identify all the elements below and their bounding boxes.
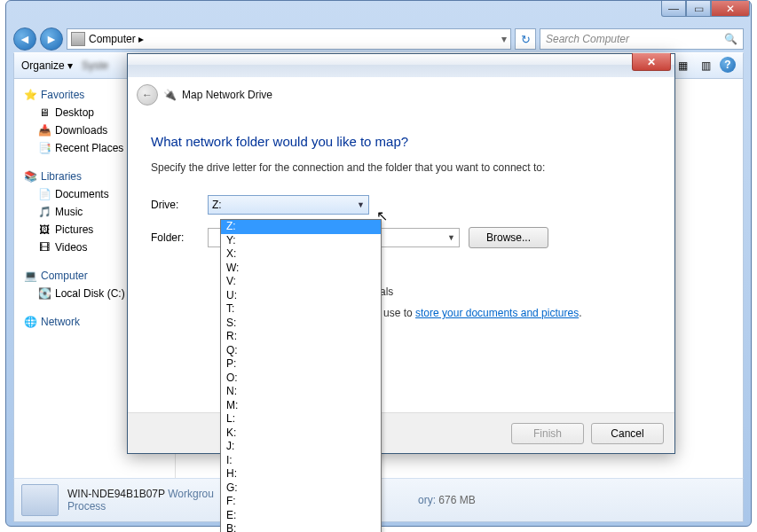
dialog-header: ← 🔌 Map Network Drive xyxy=(128,77,674,113)
star-icon: ⭐ xyxy=(23,88,37,102)
forward-button[interactable]: ► xyxy=(40,27,63,51)
recent-icon: 📑 xyxy=(37,141,51,155)
drive-option[interactable]: J: xyxy=(221,440,381,454)
documents-icon: 📄 xyxy=(37,187,51,201)
drive-option[interactable]: O: xyxy=(221,372,381,386)
search-icon: 🔍 xyxy=(724,33,737,45)
drive-option[interactable]: F: xyxy=(221,495,381,509)
drive-option[interactable]: Z: xyxy=(221,220,381,234)
drive-combobox[interactable]: Z: ▼ xyxy=(208,195,369,215)
drive-option[interactable]: X: xyxy=(221,247,381,262)
desktop-icon: 🖥 xyxy=(37,106,51,120)
link-line: n use to store your documents and pictur… xyxy=(375,307,651,319)
drive-option[interactable]: H: xyxy=(221,467,381,481)
toolbar-blurred: Syste xyxy=(82,59,108,72)
dialog-title: Map Network Drive xyxy=(182,89,272,101)
computer-icon xyxy=(71,32,85,46)
organize-menu[interactable]: Organize ▾ xyxy=(21,59,73,72)
drive-dropdown-list[interactable]: Z:Y:X:W:V:U:T:S:R:Q:P:O:N:M:L:K:J:I:H:G:… xyxy=(220,219,382,532)
map-network-drive-dialog: ✕ ← 🔌 Map Network Drive What network fol… xyxy=(127,53,675,454)
computer-small-icon: 💻 xyxy=(23,269,37,283)
dialog-footer: Finish Cancel xyxy=(128,412,674,453)
videos-icon: 🎞 xyxy=(37,240,51,254)
dialog-close-button[interactable]: ✕ xyxy=(632,53,671,71)
drive-label: Drive: xyxy=(151,199,208,211)
preview-pane-icon[interactable]: ▥ xyxy=(697,57,714,74)
dialog-titlebar[interactable]: ✕ xyxy=(128,54,674,77)
drive-option[interactable]: Y: xyxy=(221,234,381,248)
minimize-button[interactable]: — xyxy=(661,1,686,17)
explorer-header: ◄ ► Computer ▸ ▾ ↻ Search Computer 🔍 xyxy=(13,26,744,52)
search-input[interactable]: Search Computer 🔍 xyxy=(540,28,744,50)
chevron-down-icon: ▼ xyxy=(357,200,365,209)
network-icon: 🌐 xyxy=(23,315,37,329)
drive-option[interactable]: K: xyxy=(221,426,381,441)
downloads-icon: 📥 xyxy=(37,123,51,137)
refresh-button[interactable]: ↻ xyxy=(515,28,536,50)
music-icon: 🎵 xyxy=(37,205,51,219)
map-drive-icon: 🔌 xyxy=(163,89,177,101)
drive-option[interactable]: N: xyxy=(221,385,381,399)
details-text: WIN-NDE94B1B07P Workgrou Process xyxy=(67,488,214,512)
libraries-icon: 📚 xyxy=(23,169,37,184)
drive-option[interactable]: S: xyxy=(221,317,381,331)
drive-option[interactable]: W: xyxy=(221,262,381,276)
search-placeholder: Search Computer xyxy=(546,33,724,45)
browse-button[interactable]: Browse... xyxy=(469,227,548,248)
details-memory: ory: 676 MB xyxy=(418,494,476,506)
dialog-body: What network folder would you like to ma… xyxy=(128,113,674,319)
address-bar[interactable]: Computer ▸ ▾ xyxy=(67,28,511,50)
documents-pictures-link[interactable]: store your documents and pictures xyxy=(415,307,579,319)
dialog-subtitle: Specify the drive letter for the connect… xyxy=(151,161,651,174)
drive-option[interactable]: G: xyxy=(221,481,381,496)
cancel-button[interactable]: Cancel xyxy=(591,423,664,444)
folder-label: Folder: xyxy=(151,231,208,244)
credentials-partial-text: tials xyxy=(375,286,651,298)
drive-option[interactable]: E: xyxy=(221,509,381,523)
drive-option[interactable]: B: xyxy=(221,522,381,532)
drive-option[interactable]: V: xyxy=(221,275,381,289)
address-text: Computer ▸ xyxy=(89,33,498,45)
drive-option[interactable]: I: xyxy=(221,454,381,468)
address-dropdown-icon[interactable]: ▾ xyxy=(501,33,507,45)
drive-option[interactable]: R: xyxy=(221,330,381,344)
dialog-back-button[interactable]: ← xyxy=(137,84,158,106)
chevron-down-icon: ▼ xyxy=(447,233,455,242)
pictures-icon: 🖼 xyxy=(37,223,51,237)
drive-icon: 💽 xyxy=(37,286,51,301)
drive-option[interactable]: T: xyxy=(221,302,381,317)
window-controls: — ▭ ✕ xyxy=(661,1,750,17)
back-button[interactable]: ◄ xyxy=(13,27,36,51)
help-icon[interactable]: ? xyxy=(720,57,736,73)
maximize-button[interactable]: ▭ xyxy=(686,1,711,17)
drive-option[interactable]: L: xyxy=(221,412,381,426)
drive-option[interactable]: P: xyxy=(221,357,381,372)
view-mode-icon[interactable]: ▦ xyxy=(674,57,691,74)
drive-option[interactable]: M: xyxy=(221,399,381,413)
computer-large-icon xyxy=(21,484,59,516)
drive-value: Z: xyxy=(212,199,357,211)
drive-option[interactable]: U: xyxy=(221,289,381,303)
dialog-heading: What network folder would you like to ma… xyxy=(151,134,651,149)
close-button[interactable]: ✕ xyxy=(711,1,750,17)
drive-option[interactable]: Q: xyxy=(221,344,381,358)
pc-name: WIN-NDE94B1B07P xyxy=(67,488,165,500)
finish-button[interactable]: Finish xyxy=(511,423,584,444)
